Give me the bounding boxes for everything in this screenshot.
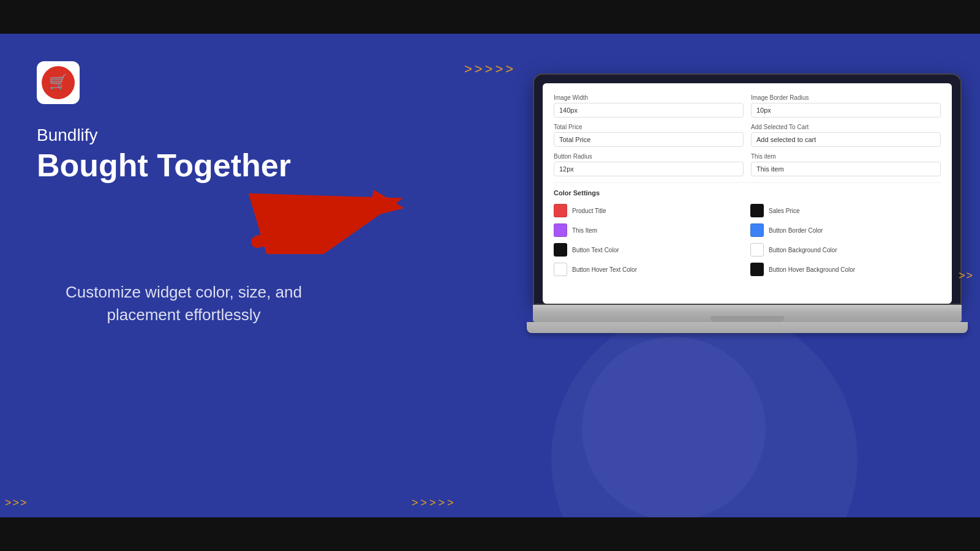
- hover-text-color-label: Button Hover Text Color: [572, 266, 637, 273]
- image-width-label: Image Width: [554, 94, 744, 101]
- border-radius-input[interactable]: 10px: [751, 103, 941, 118]
- color-item-product-title: Product Title: [554, 204, 744, 217]
- form-group-image-width: Image Width 140px: [554, 94, 744, 118]
- red-arrow-icon: [245, 174, 417, 254]
- left-panel: 🛒 Bundlify Bought Together Customize wid…: [37, 34, 374, 517]
- total-price-label: Total Price: [554, 124, 744, 130]
- button-radius-label: Button Radius: [554, 153, 744, 160]
- hover-text-swatch[interactable]: [554, 263, 567, 276]
- image-width-input[interactable]: 140px: [554, 103, 744, 118]
- logo-icon: 🛒: [42, 66, 75, 99]
- form-group-this-item: This item This item: [751, 153, 941, 176]
- form-group-add-to-cart: Add Selected To Cart Add selected to car…: [751, 124, 941, 147]
- color-item-hover-bg: Button Hover Background Color: [750, 263, 941, 276]
- color-item-button-border: Button Border Color: [750, 223, 941, 237]
- logo-container: 🛒: [37, 61, 374, 104]
- color-grid: Product Title Sales Price This Item: [554, 204, 941, 276]
- total-price-input[interactable]: Total Price: [554, 132, 744, 147]
- form-group-border-radius: Image Border Radius 10px: [751, 94, 941, 118]
- color-item-sales-price: Sales Price: [750, 204, 941, 217]
- laptop-screen-inner: Image Width 140px Image Border Radius 10…: [543, 83, 952, 304]
- border-radius-label: Image Border Radius: [751, 94, 941, 101]
- svg-text:🛒: 🛒: [49, 73, 67, 91]
- divider: [554, 182, 941, 183]
- brand-name: Bundlify: [37, 126, 374, 145]
- sales-price-swatch[interactable]: [750, 204, 764, 217]
- form-group-button-radius: Button Radius 12px: [554, 153, 744, 176]
- form-row-3: Button Radius 12px This item This item: [554, 153, 941, 176]
- this-item-input[interactable]: This item: [751, 162, 941, 176]
- button-border-swatch[interactable]: [750, 223, 764, 237]
- arrow-decoration: [245, 174, 417, 254]
- laptop-screen-outer: Image Width 140px Image Border Radius 10…: [533, 73, 962, 305]
- chevrons-bottom-left-icon: >>>: [5, 497, 28, 509]
- color-settings-title: Color Settings: [554, 189, 941, 197]
- color-item-this-item: This Item: [554, 223, 744, 237]
- this-item-swatch[interactable]: [554, 223, 567, 237]
- description-text: Customize widget color, size, and placem…: [37, 281, 331, 326]
- button-radius-input[interactable]: 12px: [554, 162, 744, 176]
- chevrons-bottom-center-icon: >>>>>: [412, 497, 456, 509]
- chevrons-right-icon: >>: [959, 269, 974, 282]
- add-to-cart-label: Add Selected To Cart: [751, 124, 941, 130]
- chevrons-top-icon: >>>>>: [464, 61, 516, 77]
- form-row-2: Total Price Total Price Add Selected To …: [554, 124, 941, 147]
- hover-bg-color-label: Button Hover Background Color: [769, 266, 855, 273]
- laptop-bottom: [527, 322, 968, 333]
- color-item-button-bg: Button Background Color: [750, 243, 941, 257]
- form-group-total-price: Total Price Total Price: [554, 124, 744, 147]
- top-bar: [0, 0, 980, 34]
- logo-box: 🛒: [37, 61, 80, 104]
- button-text-swatch[interactable]: [554, 243, 567, 257]
- button-bg-swatch[interactable]: [750, 243, 764, 257]
- hover-bg-swatch[interactable]: [750, 263, 764, 276]
- bottom-bar: [0, 517, 980, 551]
- button-bg-color-label: Button Background Color: [769, 247, 837, 253]
- laptop: Image Width 140px Image Border Radius 10…: [533, 73, 962, 333]
- laptop-base: [533, 305, 962, 322]
- color-item-hover-text: Button Hover Text Color: [554, 263, 744, 276]
- bg-decoration-2: [582, 337, 766, 520]
- button-text-color-label: Button Text Color: [572, 247, 619, 253]
- svg-marker-3: [368, 190, 404, 217]
- this-item-label: This item: [751, 153, 941, 160]
- sales-price-color-label: Sales Price: [769, 208, 800, 214]
- this-item-color-label: This Item: [572, 227, 597, 234]
- form-row-1: Image Width 140px Image Border Radius 10…: [554, 94, 941, 118]
- color-item-button-text: Button Text Color: [554, 243, 744, 257]
- add-to-cart-input[interactable]: Add selected to cart: [751, 132, 941, 147]
- button-border-color-label: Button Border Color: [769, 227, 823, 234]
- product-title-color-label: Product Title: [572, 208, 606, 214]
- product-title-swatch[interactable]: [554, 204, 567, 217]
- color-settings-section: Color Settings Product Title Sales Price: [554, 189, 941, 276]
